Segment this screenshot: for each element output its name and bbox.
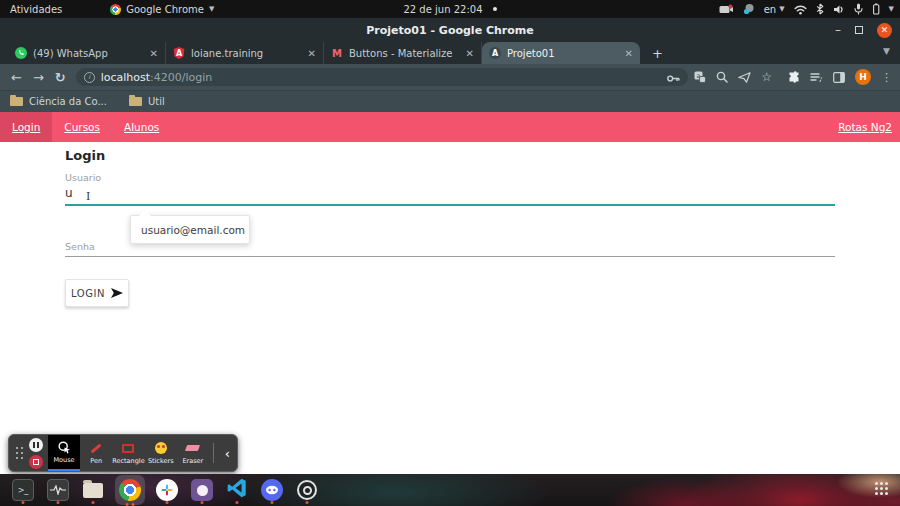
bookmark-label: Ciência da Co...	[29, 96, 107, 107]
url-host: localhost	[101, 71, 150, 84]
close-tab-icon[interactable]: ✕	[150, 48, 158, 59]
tab-label: Buttons - Materialize	[349, 48, 460, 59]
reload-button[interactable]: ↻	[55, 70, 66, 85]
collapse-toolbar-chevron-icon[interactable]: ‹	[225, 446, 230, 461]
dock-vscode[interactable]	[224, 477, 250, 503]
system-menu-chevron-icon[interactable]: ▼	[889, 5, 894, 13]
slack-icon	[156, 479, 178, 501]
dock-discord[interactable]	[259, 477, 285, 503]
bluetooth-icon[interactable]	[816, 3, 824, 15]
bookmark-folder-util[interactable]: Util	[129, 96, 165, 107]
bookmark-folder-ciencia[interactable]: Ciência da Co...	[10, 96, 107, 107]
tool-stickers[interactable]: Stickers	[145, 435, 177, 471]
dock-github-desktop[interactable]	[189, 477, 215, 503]
send-to-device-icon[interactable]	[738, 72, 751, 83]
maximize-button[interactable]	[855, 26, 863, 34]
login-button-label: LOGIN	[71, 288, 105, 299]
files-folder-icon	[83, 483, 103, 498]
page-title: Login	[65, 148, 105, 163]
close-tab-icon[interactable]: ✕	[625, 48, 633, 59]
side-panel-icon[interactable]	[833, 72, 845, 83]
autofill-suggestion[interactable]: usuario@email.com	[130, 215, 250, 244]
dock-files[interactable]	[80, 477, 106, 503]
system-tray: en ▼ ▼	[719, 0, 894, 18]
screen-recorder-tray-icon[interactable]	[719, 4, 734, 15]
vscode-icon	[226, 477, 248, 503]
dock-bar: >_	[0, 474, 900, 506]
chrome-titlebar: Projeto01 - Google Chrome – ✕	[0, 18, 900, 42]
tab-projeto01-active[interactable]: A Projeto01 ✕	[482, 42, 640, 64]
angular-icon: A	[173, 47, 185, 59]
activities-button[interactable]: Atividades	[10, 4, 62, 15]
tool-label: Rectangle	[112, 457, 144, 465]
usuario-input[interactable]: u	[65, 186, 835, 206]
forward-button[interactable]: →	[33, 70, 44, 85]
app-navbar: Login Cursos Alunos Rotas Ng2	[0, 112, 900, 142]
web-page: Login Cursos Alunos Rotas Ng2 Login Usua…	[0, 112, 900, 474]
back-button[interactable]: ←	[11, 70, 22, 85]
usuario-label: Usuario	[65, 172, 101, 183]
send-arrow-icon	[111, 288, 123, 298]
zoom-icon[interactable]	[716, 71, 728, 83]
tool-mouse[interactable]: Mouse	[48, 435, 80, 471]
new-tab-button[interactable]: +	[652, 46, 663, 64]
chrome-toolbar: ← → ↻ i localhost:4200/login a ☆ H ⋮	[0, 64, 900, 90]
mouse-cursor-icon	[58, 441, 71, 454]
tool-pen[interactable]: Pen	[80, 435, 112, 471]
password-key-icon[interactable]	[667, 68, 680, 87]
reading-list-icon[interactable]	[810, 72, 823, 83]
app-menu[interactable]: Google Chrome ▼	[110, 4, 214, 15]
whatsapp-icon	[15, 47, 27, 59]
senha-input[interactable]	[65, 244, 835, 257]
close-tab-icon[interactable]: ✕	[308, 48, 316, 59]
microphone-icon[interactable]	[854, 3, 863, 15]
angular-dark-icon: A	[489, 47, 501, 59]
drag-handle-icon[interactable]	[16, 447, 23, 459]
clock[interactable]: 22 de jun 22:04	[403, 4, 482, 15]
brand-link[interactable]: Rotas Ng2	[838, 121, 892, 133]
wifi-icon[interactable]	[794, 4, 807, 15]
profile-avatar[interactable]: H	[855, 69, 871, 85]
volume-icon[interactable]	[833, 4, 845, 15]
battery-icon[interactable]	[872, 3, 880, 15]
pen-icon	[90, 442, 102, 455]
tab-label: (49) WhatsApp	[33, 48, 144, 59]
tab-whatsapp[interactable]: (49) WhatsApp ✕	[8, 42, 166, 64]
nav-link-cursos[interactable]: Cursos	[52, 112, 112, 142]
dock-system-monitor[interactable]	[45, 477, 71, 503]
dock-slack[interactable]	[154, 477, 180, 503]
screen-recorder-toolbar: Mouse Pen Rectangle Stickers Eraser ‹	[8, 434, 238, 472]
dock-terminal[interactable]: >_	[10, 477, 36, 503]
nav-link-login[interactable]: Login	[0, 112, 52, 142]
extensions-puzzle-icon[interactable]	[788, 71, 800, 83]
dock-screen-recorder-app[interactable]	[294, 477, 320, 503]
dock-chrome-active[interactable]	[115, 475, 145, 505]
url-text: localhost:4200/login	[101, 71, 213, 84]
tab-search-chevron-icon[interactable]: ▼	[883, 46, 890, 56]
keyboard-layout-indicator[interactable]: en ▼	[764, 4, 785, 15]
translate-icon[interactable]: a	[694, 71, 706, 83]
minimize-button[interactable]: –	[835, 27, 841, 33]
dock-apps: >_	[10, 474, 320, 506]
site-info-icon[interactable]: i	[84, 72, 95, 83]
window-title: Projeto01 - Google Chrome	[0, 18, 900, 42]
close-window-button[interactable]: ✕	[877, 23, 892, 38]
folder-icon	[10, 97, 23, 106]
bookmarks-bar: Ciência da Co... Util	[0, 90, 900, 112]
chrome-menu-kebab-icon[interactable]: ⋮	[881, 71, 892, 84]
login-button[interactable]: LOGIN	[65, 279, 129, 307]
tab-buttons-materialize[interactable]: M Buttons - Materialize ✕	[324, 42, 482, 64]
show-applications-button[interactable]	[875, 482, 888, 495]
tool-rectangle[interactable]: Rectangle	[112, 435, 144, 471]
tab-loiane-training[interactable]: A loiane.training ✕	[166, 42, 324, 64]
tool-label: Eraser	[182, 457, 203, 465]
chrome-icon	[110, 4, 121, 15]
app-indicator-icon[interactable]	[743, 3, 755, 15]
close-tab-icon[interactable]: ✕	[466, 48, 474, 59]
stop-recording-button[interactable]	[29, 455, 43, 469]
bookmark-star-icon[interactable]: ☆	[761, 70, 772, 84]
address-bar[interactable]: i localhost:4200/login	[76, 68, 689, 86]
nav-link-alunos[interactable]: Alunos	[112, 112, 171, 142]
tool-eraser[interactable]: Eraser	[177, 435, 209, 471]
pause-recording-button[interactable]	[29, 438, 43, 452]
